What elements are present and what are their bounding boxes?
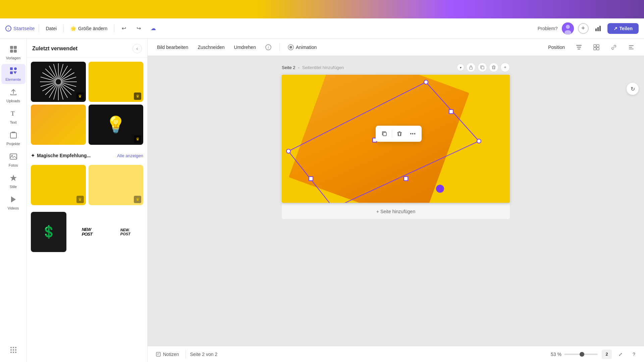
crown-badge: ♛: [76, 196, 84, 203]
svg-rect-63: [597, 48, 599, 50]
stats-button[interactable]: [593, 23, 603, 34]
resize-button[interactable]: 🌟 Größe ändern: [68, 24, 110, 33]
list-item[interactable]: ♛: [89, 62, 144, 102]
svg-rect-61: [597, 45, 599, 47]
svg-rect-9: [14, 50, 17, 53]
crop-button[interactable]: Zuschneiden: [194, 43, 228, 52]
grid-view-button[interactable]: [589, 42, 604, 53]
sidebar-item-projekte[interactable]: Projekte: [1, 128, 25, 148]
sidebar-item-more[interactable]: [1, 343, 25, 358]
copy-page-button[interactable]: [478, 63, 487, 72]
list-item[interactable]: ♛: [31, 62, 86, 102]
animation-button[interactable]: Animation: [284, 42, 321, 52]
page-indicator[interactable]: Seite 2 von 2: [190, 352, 217, 357]
list-item[interactable]: 💡 ♛: [89, 105, 144, 145]
sidebar-item-uploads[interactable]: Uploads: [1, 85, 25, 106]
dollar-thumbnail: 💲: [31, 212, 66, 252]
purple-dot-handle[interactable]: [436, 185, 444, 193]
svg-rect-13: [10, 71, 13, 74]
svg-rect-59: [578, 49, 580, 50]
slide[interactable]: •••: [282, 75, 510, 203]
share-button[interactable]: ↗ Teilen: [607, 23, 639, 34]
panel: Zuletzt verwendet ‹: [27, 39, 148, 362]
list-item[interactable]: 💲: [31, 212, 66, 252]
newpost2-thumbnail: NEW.POST: [108, 212, 143, 252]
context-delete-button[interactable]: [393, 128, 406, 140]
filter-button[interactable]: [572, 42, 586, 53]
position-button[interactable]: Position: [544, 43, 569, 52]
home-button[interactable]: ‹ Startseite: [5, 25, 35, 32]
page-number-badge[interactable]: 2: [602, 350, 612, 359]
zoom-slider[interactable]: [564, 354, 598, 355]
panel-title: Zuletzt verwendet: [32, 46, 77, 52]
redo-button[interactable]: ↪: [133, 23, 144, 34]
add-page-inline-button[interactable]: +: [500, 63, 510, 72]
panel-close-button[interactable]: ‹: [132, 44, 142, 53]
context-copy-button[interactable]: [378, 128, 390, 140]
svg-point-22: [15, 347, 16, 348]
svg-rect-64: [629, 45, 634, 46]
lock-page-button[interactable]: [466, 63, 476, 72]
status-divider: [185, 350, 186, 358]
delete-page-button[interactable]: [489, 63, 498, 72]
sidebar: Vorlagen Elemente Uploads: [0, 39, 27, 362]
crown-badge: ♛: [134, 93, 141, 100]
sidebar-item-fotos[interactable]: Fotos: [1, 150, 25, 170]
svg-point-27: [13, 352, 14, 353]
header-divider-3: [114, 24, 114, 33]
file-button[interactable]: Datei: [43, 24, 59, 33]
sidebar-item-videos-label: Videos: [8, 206, 19, 210]
sidebar-item-vorlagen[interactable]: Vorlagen: [1, 43, 25, 63]
svg-point-25: [15, 349, 16, 351]
sidebar-item-stile[interactable]: Stile: [1, 171, 25, 191]
sidebar-item-elemente[interactable]: Elemente: [1, 64, 25, 84]
svg-rect-57: [576, 45, 582, 46]
notes-button[interactable]: Notizen: [153, 350, 181, 358]
svg-marker-12: [13, 71, 17, 74]
link-button[interactable]: [606, 42, 621, 53]
help-button[interactable]: ?: [629, 350, 639, 359]
cloud-button[interactable]: ☁: [148, 23, 159, 34]
canvas-content: Seite 2 - Seitentitel hinzufügen ▾: [148, 56, 644, 362]
svg-point-1: [566, 25, 570, 29]
flip-button[interactable]: Umdrehen: [230, 43, 260, 52]
svg-rect-6: [10, 46, 13, 49]
svg-point-73: [477, 139, 481, 143]
status-bar: Notizen Seite 2 von 2 53 % 2 ⤢ ?: [148, 346, 644, 362]
zoom-thumb: [580, 352, 584, 357]
list-item[interactable]: [31, 105, 86, 145]
info-button[interactable]: i: [261, 42, 275, 52]
more-items-grid: 💲 NEWPOST NEW.POST: [27, 209, 147, 255]
undo-button[interactable]: ↩: [118, 23, 129, 34]
sidebar-item-videos[interactable]: Videos: [1, 193, 25, 213]
expand-button[interactable]: ⤢: [616, 350, 625, 359]
edit-image-button[interactable]: Bild bearbeiten: [153, 43, 192, 52]
filter-icon: [576, 44, 582, 51]
magic-section-header: ✦ Magische Empfehlung... Alle anzeigen: [27, 149, 147, 161]
refresh-button[interactable]: ↻: [627, 83, 639, 95]
edit-image-label: Bild bearbeiten: [157, 45, 188, 50]
list-item[interactable]: ♛: [31, 165, 86, 205]
copy-icon: [381, 131, 387, 137]
list-item[interactable]: NEWPOST: [69, 212, 105, 252]
page-dropdown-button[interactable]: ▾: [457, 64, 464, 71]
canvas-area: Bild bearbeiten Zuschneiden Umdrehen i: [148, 39, 644, 362]
sidebar-item-text[interactable]: T Text: [1, 107, 25, 127]
share-icon: ↗: [613, 26, 618, 31]
more-options-button[interactable]: [624, 42, 639, 53]
sidebar-item-fotos-label: Fotos: [9, 163, 18, 167]
panel-header: Zuletzt verwendet ‹: [27, 39, 147, 58]
svg-marker-19: [11, 196, 16, 202]
add-page-button[interactable]: + Seite hinzufügen: [282, 204, 510, 219]
list-item[interactable]: NEW.POST: [108, 212, 143, 252]
list-item[interactable]: ♛: [89, 165, 144, 205]
crown-badge: ♛: [134, 196, 141, 203]
avatar[interactable]: [562, 22, 574, 35]
trash-icon: [491, 65, 496, 70]
add-collaborator-button[interactable]: +: [578, 23, 589, 34]
svg-rect-60: [594, 45, 596, 47]
context-more-button[interactable]: •••: [407, 128, 419, 140]
all-show-link[interactable]: Alle anzeigen: [117, 153, 143, 158]
problem-label: Problem?: [538, 26, 558, 31]
problem-button[interactable]: Problem?: [538, 26, 558, 31]
